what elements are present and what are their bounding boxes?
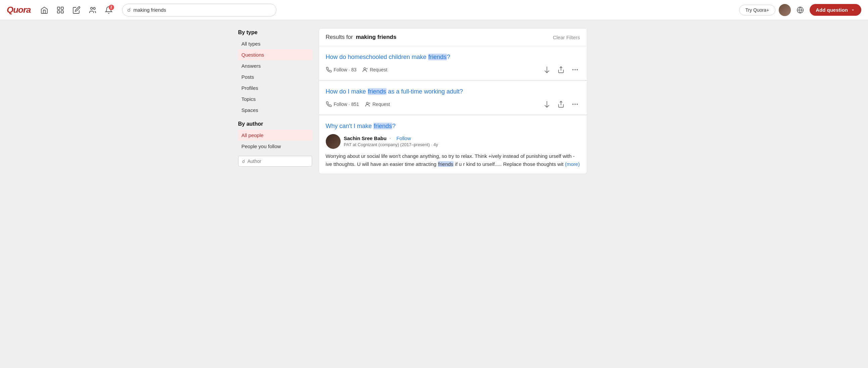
svg-rect-2: [57, 11, 60, 13]
question-link-2[interactable]: How do I make friends as a full-time wor…: [326, 88, 580, 96]
home-nav-button[interactable]: [38, 3, 51, 17]
sidebar-item-posts[interactable]: Posts: [238, 71, 312, 82]
language-button[interactable]: [794, 4, 806, 16]
svg-point-12: [575, 69, 576, 70]
author-avatar: [326, 134, 341, 149]
author-meta: PAT at Cognizant (company) (2017–present…: [344, 142, 580, 147]
svg-point-20: [577, 104, 578, 105]
add-question-button[interactable]: Add question: [810, 4, 861, 16]
clear-filters-button[interactable]: Clear Filters: [553, 35, 580, 40]
sidebar-item-questions[interactable]: Questions: [238, 49, 312, 60]
page-layout: By type All types Questions Answers Post…: [233, 20, 636, 182]
answer-text: Worrying about ur social life won't chan…: [326, 152, 580, 168]
main-content: Results for making friends Clear Filters…: [319, 28, 587, 174]
results-header: Results for making friends Clear Filters: [319, 28, 587, 46]
author-follow-button[interactable]: Follow: [396, 135, 411, 141]
sidebar-item-spaces[interactable]: Spaces: [238, 105, 312, 115]
by-author-label: By author: [238, 121, 312, 127]
by-type-label: By type: [238, 30, 312, 36]
downvote-button-2[interactable]: [542, 99, 552, 109]
search-input[interactable]: [133, 7, 272, 13]
request-button-1[interactable]: Request: [362, 65, 387, 74]
navbar: Quora: [0, 0, 868, 20]
highlight-2: friends: [368, 88, 386, 95]
author-search-icon: ☌: [242, 159, 245, 164]
question-link-3[interactable]: Why can't I make friends?: [326, 122, 580, 130]
result-card-3: Why can't I make friends? Sachin Sree Ba…: [319, 115, 587, 174]
sidebar-item-people-you-follow[interactable]: People you follow: [238, 141, 312, 152]
svg-point-11: [572, 69, 574, 70]
svg-rect-3: [61, 11, 63, 13]
notifications-nav-button[interactable]: 2: [102, 3, 116, 17]
user-avatar-button[interactable]: [779, 4, 791, 16]
answer-highlight: friends: [438, 161, 454, 167]
sidebar-item-topics[interactable]: Topics: [238, 94, 312, 105]
author-name: Sachin Sree Babu: [344, 135, 387, 141]
more-link[interactable]: (more): [565, 161, 580, 167]
highlight-1: friends: [428, 54, 447, 60]
card-actions-right-1: [542, 65, 580, 75]
downvote-button-1[interactable]: [542, 65, 552, 75]
highlight-3: friends: [373, 123, 392, 129]
card-actions-left-1: Follow · 83 Request: [326, 65, 388, 74]
svg-point-4: [91, 7, 93, 9]
author-search-input[interactable]: [248, 159, 308, 164]
svg-point-19: [575, 104, 576, 105]
follow-button-1[interactable]: Follow · 83: [326, 65, 356, 74]
feed-nav-button[interactable]: [54, 3, 67, 17]
card-actions-1: Follow · 83 Request: [326, 65, 580, 75]
card-actions-2: Follow · 851 Request: [326, 99, 580, 109]
svg-rect-0: [57, 7, 60, 9]
people-nav-button[interactable]: [86, 3, 99, 17]
svg-point-18: [572, 104, 574, 105]
sidebar-item-profiles[interactable]: Profiles: [238, 82, 312, 94]
sidebar-item-answers[interactable]: Answers: [238, 60, 312, 71]
svg-point-14: [366, 102, 368, 104]
quora-logo[interactable]: Quora: [7, 5, 31, 15]
author-avatar-image: [326, 134, 341, 149]
notification-badge: 2: [109, 5, 114, 10]
follow-button-2[interactable]: Follow · 851: [326, 100, 359, 109]
share-button-2[interactable]: [556, 99, 566, 109]
result-card-1: How do homeschooled children make friend…: [319, 46, 587, 80]
nav-right: Try Quora+ Add question: [739, 4, 862, 16]
more-button-1[interactable]: [570, 65, 580, 75]
sidebar: By type All types Questions Answers Post…: [238, 28, 312, 174]
author-search-box[interactable]: ☌: [238, 156, 312, 167]
card-actions-right-2: [542, 99, 580, 109]
request-button-2[interactable]: Request: [364, 100, 390, 109]
result-card-2: How do I make friends as a full-time wor…: [319, 80, 587, 115]
svg-rect-1: [61, 7, 63, 9]
question-link-1[interactable]: How do homeschooled children make friend…: [326, 53, 580, 61]
avatar: [779, 4, 791, 16]
more-button-2[interactable]: [570, 99, 580, 109]
author-info: Sachin Sree Babu · Follow PAT at Cogniza…: [344, 135, 580, 147]
nav-icons: 2: [38, 3, 116, 17]
svg-point-7: [364, 68, 366, 70]
svg-point-5: [93, 7, 95, 9]
sidebar-item-all-types[interactable]: All types: [238, 38, 312, 49]
search-bar[interactable]: ☌: [122, 4, 276, 16]
try-quora-button[interactable]: Try Quora+: [739, 5, 776, 15]
sidebar-item-all-people[interactable]: All people: [238, 130, 312, 141]
write-nav-button[interactable]: [70, 3, 83, 17]
results-title: Results for making friends: [326, 34, 397, 40]
search-icon: ☌: [127, 7, 131, 13]
svg-point-13: [577, 69, 578, 70]
share-button-1[interactable]: [556, 65, 566, 75]
answer-author: Sachin Sree Babu · Follow PAT at Cogniza…: [326, 134, 580, 149]
card-actions-left-2: Follow · 851 Request: [326, 100, 390, 109]
